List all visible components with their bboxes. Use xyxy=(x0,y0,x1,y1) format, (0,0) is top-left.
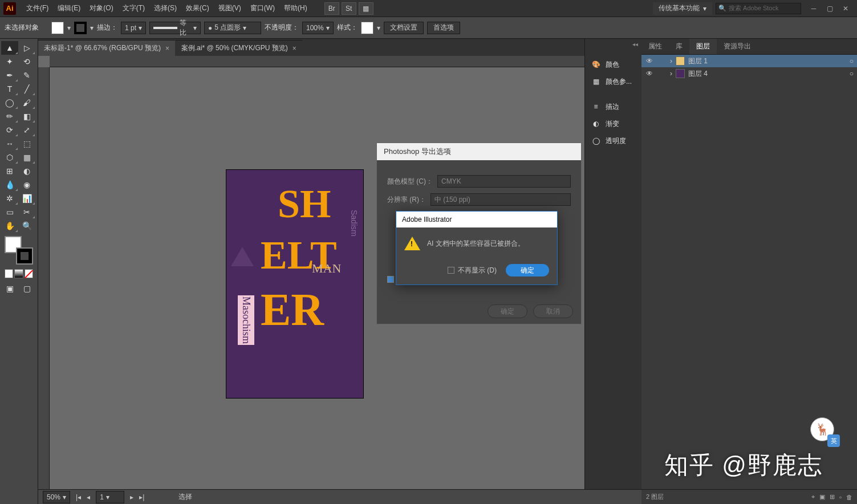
free-transform-tool[interactable]: ⬚ xyxy=(18,137,35,151)
slice-tool[interactable]: ✂ xyxy=(18,205,35,219)
preferences-button[interactable]: 首选项 xyxy=(427,22,460,34)
gradient-tool[interactable]: ◐ xyxy=(18,164,35,178)
menu-file[interactable]: 文件(F) xyxy=(22,0,53,17)
next-artboard-icon[interactable]: ▸ xyxy=(130,493,133,501)
artboard-nav-dropdown[interactable]: 1▾ xyxy=(96,491,124,503)
menu-window[interactable]: 窗口(W) xyxy=(246,0,279,17)
fill-swatch[interactable] xyxy=(51,22,64,34)
lasso-tool[interactable]: ⟲ xyxy=(18,55,35,68)
graph-tool[interactable]: 📊 xyxy=(18,192,35,205)
tab-asset-export[interactable]: 资源导出 xyxy=(717,39,758,54)
symbol-sprayer-tool[interactable]: ✲ xyxy=(1,192,18,205)
embed-icc-checkbox[interactable] xyxy=(387,276,394,283)
ime-indicator[interactable]: 英 xyxy=(827,434,840,447)
close-button[interactable]: ✕ xyxy=(838,2,854,15)
target-icon[interactable]: ○ xyxy=(850,70,854,78)
width-tool[interactable]: ↔ xyxy=(1,137,18,151)
menu-view[interactable]: 视图(V) xyxy=(214,0,246,17)
new-sublayer-icon[interactable]: ⊞ xyxy=(830,493,835,501)
tab-layers[interactable]: 图层 xyxy=(689,39,717,54)
shape-builder-tool[interactable]: ⬡ xyxy=(1,151,18,164)
zoom-dropdown[interactable]: 50%▾ xyxy=(43,491,70,503)
last-artboard-icon[interactable]: ▸| xyxy=(139,493,144,501)
prev-artboard-icon[interactable]: ◂ xyxy=(87,493,90,501)
perspective-tool[interactable]: ▦ xyxy=(18,151,35,164)
color-mode-none[interactable] xyxy=(25,269,33,278)
mesh-tool[interactable]: ⊞ xyxy=(1,164,18,178)
document-setup-button[interactable]: 文档设置 xyxy=(384,22,424,34)
magic-wand-tool[interactable]: ✦ xyxy=(1,55,18,68)
expand-icon[interactable]: › xyxy=(670,70,672,78)
dialog-title[interactable]: Photoshop 导出选项 xyxy=(377,143,581,160)
menu-help[interactable]: 帮助(H) xyxy=(279,0,312,17)
artboard-tool[interactable]: ▭ xyxy=(1,205,18,219)
color-mode-solid[interactable] xyxy=(5,269,13,278)
document-tab-2[interactable]: 案例.ai* @ 50% (CMYK/GPU 预览)× xyxy=(176,40,302,56)
line-tool[interactable]: ╱ xyxy=(18,82,35,96)
style-swatch[interactable] xyxy=(361,22,373,34)
tab-close-icon[interactable]: × xyxy=(293,44,297,52)
profile-dropdown[interactable]: 等比▾ xyxy=(149,22,201,34)
layer-row-1[interactable]: 👁 › 图层 1 ○ xyxy=(641,55,857,67)
panel-stroke[interactable]: ≡描边 xyxy=(585,98,641,115)
menu-object[interactable]: 对象(O) xyxy=(85,0,117,17)
tab-library[interactable]: 库 xyxy=(669,39,689,54)
alert-ok-button[interactable]: 确定 xyxy=(506,264,549,277)
eraser-tool[interactable]: ◧ xyxy=(18,109,35,123)
maximize-button[interactable]: ▢ xyxy=(822,2,838,15)
selection-tool[interactable]: ▲ xyxy=(1,41,18,55)
panel-gradient[interactable]: ◐渐变 xyxy=(585,115,641,132)
layer-name[interactable]: 图层 4 xyxy=(688,69,708,79)
rectangle-tool[interactable]: ◯ xyxy=(1,96,18,109)
screen-mode-full[interactable]: ▢ xyxy=(18,282,35,295)
curvature-tool[interactable]: ✎ xyxy=(18,68,35,82)
menu-select[interactable]: 选择(S) xyxy=(149,0,181,17)
dock-collapse-icon[interactable]: ◂◂ xyxy=(632,41,638,47)
make-clipping-icon[interactable]: ▣ xyxy=(819,493,825,501)
tab-close-icon[interactable]: × xyxy=(165,44,169,52)
menu-type[interactable]: 文字(T) xyxy=(118,0,149,17)
dont-show-checkbox[interactable]: 不再显示 (D) xyxy=(448,266,497,275)
direct-selection-tool[interactable]: ▷ xyxy=(18,41,35,55)
target-icon[interactable]: ○ xyxy=(850,57,854,65)
shaper-tool[interactable]: ✏ xyxy=(1,109,18,123)
stroke-weight-dropdown[interactable]: 1 pt▾ xyxy=(121,22,146,34)
layer-name[interactable]: 图层 1 xyxy=(688,56,708,66)
rotate-tool[interactable]: ⟳ xyxy=(1,123,18,137)
stroke-color[interactable] xyxy=(16,247,33,265)
bridge-icon[interactable]: Br xyxy=(324,2,339,15)
eyedropper-tool[interactable]: 💧 xyxy=(1,178,18,192)
type-tool[interactable]: T xyxy=(1,82,18,96)
ruler-horizontal[interactable] xyxy=(50,56,584,67)
panel-transparency[interactable]: ◯透明度 xyxy=(585,132,641,149)
minimize-button[interactable]: ─ xyxy=(806,2,822,15)
screen-mode-normal[interactable]: ▣ xyxy=(1,282,18,295)
opacity-dropdown[interactable]: 100%▾ xyxy=(302,22,334,34)
ruler-vertical[interactable] xyxy=(38,67,50,504)
menu-edit[interactable]: 编辑(E) xyxy=(53,0,85,17)
zoom-tool[interactable]: 🔍 xyxy=(18,219,35,233)
new-layer-icon[interactable]: ▫ xyxy=(839,494,842,501)
panel-color[interactable]: 🎨颜色 xyxy=(585,56,641,73)
stroke-swatch[interactable] xyxy=(74,22,87,34)
resolution-select[interactable]: 中 (150 ppi) xyxy=(430,193,571,206)
layer-row-2[interactable]: 👁 › 图层 4 ○ xyxy=(641,67,857,80)
export-ok-button[interactable]: 确定 xyxy=(488,304,527,318)
color-mode-gradient[interactable] xyxy=(14,269,23,278)
delete-layer-icon[interactable]: 🗑 xyxy=(846,494,852,501)
fill-stroke-indicator[interactable] xyxy=(5,236,33,265)
workspace-switcher[interactable]: 传统基本功能 ▾ xyxy=(653,2,712,15)
expand-icon[interactable]: › xyxy=(670,57,672,65)
pen-tool[interactable]: ✒ xyxy=(1,68,18,82)
brush-dropdown[interactable]: ●5 点圆形▾ xyxy=(204,22,261,34)
paintbrush-tool[interactable]: 🖌 xyxy=(18,96,35,109)
first-artboard-icon[interactable]: |◂ xyxy=(76,493,81,501)
document-tab-1[interactable]: 未标题-1* @ 66.67% (RGB/GPU 预览)× xyxy=(38,40,175,56)
color-model-select[interactable]: CMYK xyxy=(437,175,571,188)
blend-tool[interactable]: ◉ xyxy=(18,178,35,192)
hand-tool[interactable]: ✋ xyxy=(1,219,18,233)
locate-layer-icon[interactable]: ⌖ xyxy=(811,493,815,501)
menu-effect[interactable]: 效果(C) xyxy=(181,0,214,17)
search-stock-input[interactable]: 🔍搜索 Adobe Stock xyxy=(716,3,801,14)
scale-tool[interactable]: ⤢ xyxy=(18,123,35,137)
